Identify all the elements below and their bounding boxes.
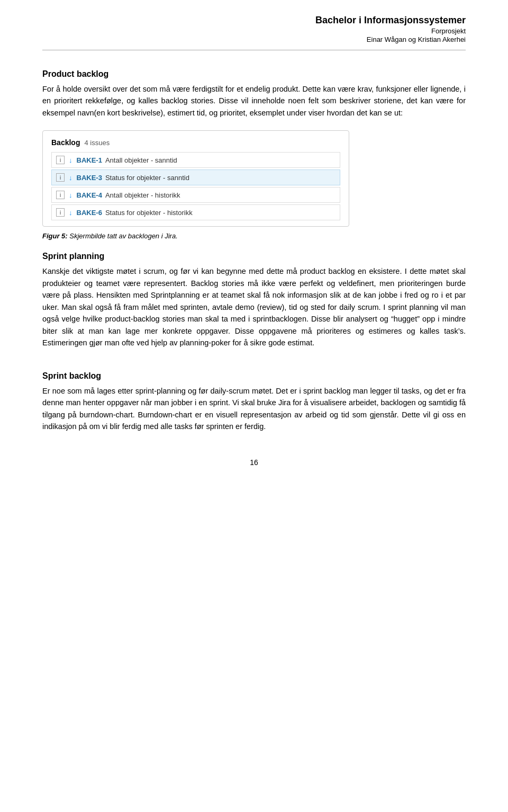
item-id: BAKE-1	[77, 156, 102, 164]
sprint-backlog-text: Er noe som må lages etter sprint-plannin…	[42, 385, 466, 433]
backlog-widget: Backlog 4 issues i ↓ BAKE-1 Antall objek…	[42, 130, 349, 227]
page-footer: 16	[42, 449, 466, 472]
backlog-item: i ↓ BAKE-1 Antall objekter - sanntid	[51, 152, 340, 168]
sprint-backlog-heading: Sprint backlog	[42, 371, 466, 381]
backlog-item: i ↓ BAKE-4 Antall objekter - historikk	[51, 187, 340, 203]
figure-caption-text: Skjermbilde tatt av backlogen i Jira.	[68, 232, 178, 240]
item-text: Antall objekter - sanntid	[105, 156, 177, 164]
item-arrow-icon: ↓	[69, 174, 72, 182]
figure-caption-bold: Figur 5:	[42, 232, 68, 240]
item-text: Status for objekter - sanntid	[105, 174, 189, 182]
item-type-icon: i	[56, 208, 65, 217]
sprint-backlog-section: Sprint backlog Er noe som må lages etter…	[42, 371, 466, 433]
backlog-items-list: i ↓ BAKE-1 Antall objekter - sanntid i ↓…	[51, 152, 340, 220]
item-arrow-icon: ↓	[69, 191, 72, 199]
item-arrow-icon: ↓	[69, 156, 72, 164]
page-container: Bachelor i Informasjonssystemer Forprosj…	[0, 0, 508, 812]
backlog-widget-header: Backlog 4 issues	[51, 138, 340, 147]
item-text: Antall objekter - historikk	[105, 191, 180, 199]
page-number: 16	[250, 458, 258, 467]
page-header: Bachelor i Informasjonssystemer Forprosj…	[42, 0, 466, 50]
backlog-item: i ↓ BAKE-6 Status for objekter - histori…	[51, 204, 340, 220]
item-type-icon: i	[56, 191, 65, 199]
item-arrow-icon: ↓	[69, 209, 72, 217]
item-type-icon: i	[56, 173, 65, 182]
item-id: BAKE-3	[77, 174, 102, 182]
product-backlog-text: For å holde oversikt over det som må vær…	[42, 83, 466, 119]
product-backlog-section: Product backlog For å holde oversikt ove…	[42, 69, 466, 119]
backlog-widget-count: 4 issues	[84, 139, 110, 147]
item-id: BAKE-6	[77, 209, 102, 217]
backlog-widget-label: Backlog	[51, 138, 80, 147]
sprint-planning-text: Kanskje det viktigste møtet i scrum, og …	[42, 265, 466, 349]
header-subtitle: Forprosjekt	[42, 27, 466, 35]
backlog-item: i ↓ BAKE-3 Status for objekter - sanntid	[51, 169, 340, 185]
header-author: Einar Wågan og Kristian Akerhei	[42, 35, 466, 43]
item-type-icon: i	[56, 156, 65, 164]
figure-caption: Figur 5: Skjermbilde tatt av backlogen i…	[42, 232, 466, 240]
item-text: Status for objekter - historikk	[105, 209, 193, 217]
header-title: Bachelor i Informasjonssystemer	[42, 15, 466, 26]
sprint-planning-heading: Sprint planning	[42, 252, 466, 261]
item-id: BAKE-4	[77, 191, 102, 199]
sprint-planning-section: Sprint planning Kanskje det viktigste mø…	[42, 252, 466, 349]
product-backlog-heading: Product backlog	[42, 69, 466, 79]
